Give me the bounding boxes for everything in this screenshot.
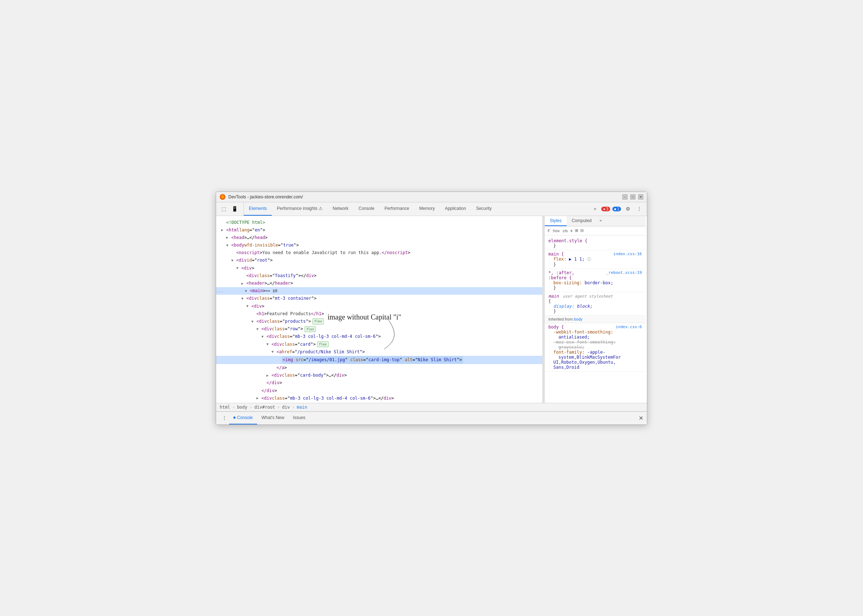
favicon-icon: 🔶 — [220, 194, 225, 200]
dom-doctype[interactable]: <!DOCTYPE html> — [216, 219, 542, 226]
toolbar-right: » ● 3 ■ 1 ⚙ ⋮ — [588, 202, 644, 215]
style-rule-main: main { index.css:16 flex: ▶ 1 1; ⓘ } — [545, 250, 646, 269]
dom-card[interactable]: ▼ <div class="card"> flex — [216, 341, 542, 348]
tab-issues[interactable]: Issues — [289, 412, 310, 424]
tab-more[interactable]: » — [597, 216, 605, 226]
dom-products[interactable]: ▼ <div class="products"> flex — [216, 318, 542, 325]
breadcrumb-body[interactable]: body — [237, 405, 247, 410]
dom-img[interactable]: <img src="/images/01.jpg" class="card-im… — [216, 356, 542, 364]
device-toolbar-button[interactable]: 📱 — [230, 204, 239, 214]
dom-h1[interactable]: <h1>Featured Products</h1> — [216, 310, 542, 318]
title-bar-left: 🔶 DevTools - jackies-store.onrender.com/ — [220, 194, 303, 200]
tab-console[interactable]: Console — [229, 412, 257, 424]
tab-security[interactable]: Security — [471, 202, 496, 215]
style-rule-universal: *, :after, _reboot.scss:19 :before { box… — [545, 269, 646, 292]
tab-console-top[interactable]: Console — [353, 202, 380, 215]
dom-toastify[interactable]: <div class="Toastify"></div> — [216, 272, 542, 280]
tab-performance-insights[interactable]: Performance insights ⚠ — [272, 202, 328, 215]
maximize-button[interactable]: □ — [630, 195, 635, 200]
styles-tabs: Styles Computed » — [545, 216, 646, 226]
more-tabs-button[interactable]: » — [591, 205, 599, 213]
styles-content[interactable]: element.style { } main { index.css:16 fl… — [545, 236, 646, 403]
element-selector-button[interactable]: ⬚ — [219, 204, 228, 214]
info-badge: ■ 1 — [613, 207, 621, 211]
tab-computed[interactable]: Computed — [567, 216, 597, 226]
error-badge: ● 3 — [601, 207, 610, 211]
browser-window: 🔶 DevTools - jackies-store.onrender.com/… — [216, 192, 647, 425]
dom-close-div1[interactable]: </div> — [216, 379, 542, 387]
dom-col[interactable]: ▼ <div class="mb-3 col-lg-3 col-md-4 col… — [216, 333, 542, 340]
console-close-button[interactable]: ✕ — [639, 412, 643, 424]
dom-root[interactable]: ▼ <div id="root"> — [216, 257, 542, 264]
dom-head[interactable]: ▶ <head>…</head> — [216, 234, 542, 242]
toolbar-icons: ⬚ 📱 — [219, 202, 244, 215]
tab-application[interactable]: Application — [440, 202, 471, 215]
tab-network[interactable]: Network — [328, 202, 353, 215]
tab-performance[interactable]: Performance — [380, 202, 414, 215]
dom-main[interactable]: ... ▼ <main> == $0 — [216, 287, 542, 295]
tab-memory[interactable]: Memory — [414, 202, 440, 215]
filter-back-button[interactable]: ⊟ — [580, 228, 584, 233]
filter-hov-button[interactable]: :hov — [552, 229, 560, 233]
tab-elements[interactable]: Elements — [244, 202, 272, 215]
dom-close-a[interactable]: </a> — [216, 364, 542, 372]
dom-html[interactable]: ▶ <html lang="en"> — [216, 226, 542, 234]
dom-close-div2[interactable]: </div> — [216, 387, 542, 394]
filter-cls-button[interactable]: .cls — [562, 229, 568, 233]
toolbar-tabs: Elements Performance insights ⚠ Network … — [244, 202, 588, 215]
breadcrumb-div[interactable]: div — [282, 405, 290, 410]
dom-div2[interactable]: ▼ <div> — [216, 303, 542, 310]
breadcrumb-main[interactable]: main — [297, 405, 307, 410]
console-bar: ⋮ Console What's New Issues ✕ — [216, 412, 647, 424]
tab-styles[interactable]: Styles — [545, 216, 567, 226]
dom-header[interactable]: ▶ <header>…</header> — [216, 280, 542, 287]
minimize-button[interactable]: – — [622, 195, 627, 200]
style-rule-user-agent: main user agent stylesheet { display: bl… — [545, 292, 646, 316]
breadcrumb-bar: html › body › div#root › div › main — [216, 403, 647, 412]
style-rule-body: body { index.css:6 -webkit-font-smoothin… — [545, 323, 646, 372]
breadcrumb-root[interactable]: div#root — [254, 405, 275, 410]
right-panel: Styles Computed » F :hov .cls + ⊞ ⊟ — [543, 216, 647, 403]
styles-filter-row: F :hov .cls + ⊞ ⊟ — [545, 226, 646, 236]
dom-noscript[interactable]: <noscript>You need to enable JavaScript … — [216, 249, 542, 257]
dom-div-inner[interactable]: ▼ <div> — [216, 264, 542, 272]
dom-mt3-container[interactable]: ▼ <div class="mt-3 container"> — [216, 295, 542, 302]
dom-panel[interactable]: <!DOCTYPE html> ▶ <html lang="en"> ▶ <he… — [216, 216, 543, 403]
filter-add-button[interactable]: + — [570, 228, 573, 234]
styles-panel: Styles Computed » F :hov .cls + ⊞ ⊟ — [545, 216, 646, 403]
console-dots[interactable]: ⋮ — [220, 412, 229, 424]
title-text: DevTools - jackies-store.onrender.com/ — [228, 195, 303, 200]
filter-copy-button[interactable]: ⊞ — [575, 228, 578, 233]
title-bar: 🔶 DevTools - jackies-store.onrender.com/… — [216, 192, 647, 202]
devtools-toolbar: ⬚ 📱 Elements Performance insights ⚠ Netw… — [216, 202, 647, 216]
settings-button[interactable]: ⚙ — [623, 204, 633, 214]
tab-whats-new[interactable]: What's New — [257, 412, 289, 424]
style-rule-element: element.style { } — [545, 237, 646, 250]
dom-col2[interactable]: ▶ <div class="mb-3 col-lg-3 col-md-4 col… — [216, 394, 542, 402]
devtools-content: <!DOCTYPE html> ▶ <html lang="en"> ▶ <he… — [216, 216, 647, 403]
scroll-indicator — [543, 216, 545, 403]
close-button[interactable]: ✕ — [638, 195, 643, 200]
dom-tree: <!DOCTYPE html> ▶ <html lang="en"> ▶ <he… — [216, 216, 542, 403]
filter-f-label: F — [548, 229, 550, 233]
dom-link[interactable]: ▼ <a href="/product/Nike Slim Shirt"> — [216, 348, 542, 356]
dom-body[interactable]: ▼ <body wfd-invisible="true"> — [216, 242, 542, 249]
breadcrumb-html[interactable]: html — [220, 405, 230, 410]
dom-row[interactable]: ▼ <div class="row"> flex — [216, 325, 542, 333]
window-controls: – □ ✕ — [622, 195, 643, 200]
inherited-label: Inherited from body — [545, 316, 646, 323]
console-dot-indicator — [233, 416, 236, 419]
more-options-button[interactable]: ⋮ — [635, 204, 644, 214]
dom-card-body[interactable]: ▶ <div class="card-body">…</div> — [216, 372, 542, 379]
